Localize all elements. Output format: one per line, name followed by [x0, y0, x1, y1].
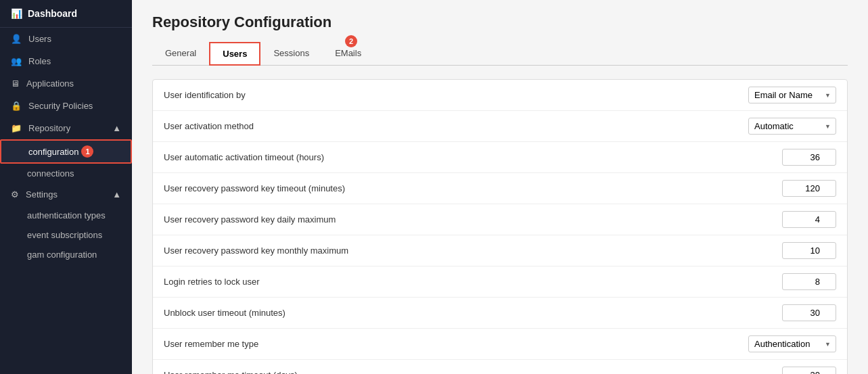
sidebar-label-repository: Repository: [28, 123, 70, 133]
label-login-retries: Login retries to lock user: [164, 277, 782, 287]
sidebar-header[interactable]: 📊 Dashboard: [0, 0, 132, 28]
row-remember-me-type: User remember me type Authentication Coo…: [153, 329, 847, 360]
sidebar-item-repository[interactable]: 📁 Repository ▲: [0, 117, 132, 139]
sidebar-item-users[interactable]: 👤 Users: [0, 28, 132, 50]
control-login-retries: [782, 273, 836, 290]
select-user-identification[interactable]: Email or Name Email Name: [748, 87, 836, 103]
label-recovery-timeout: User recovery password key timeout (minu…: [164, 183, 782, 193]
sidebar-label-events: event subscriptions: [27, 230, 102, 240]
row-user-activation: User activation method Automatic Manual: [153, 111, 847, 142]
select-wrapper-activation: Automatic Manual: [748, 118, 836, 135]
users-icon: 👤: [11, 34, 22, 44]
sidebar-label-applications: Applications: [26, 78, 74, 89]
label-user-activation: User activation method: [164, 121, 748, 131]
sidebar-label-connections: connections: [27, 168, 74, 179]
sidebar-label-gam: gam configuration: [27, 250, 97, 260]
row-recovery-monthly: User recovery password key monthly maxim…: [153, 235, 847, 266]
label-recovery-daily: User recovery password key daily maximum: [164, 214, 782, 225]
sidebar-item-roles[interactable]: 👥 Roles: [0, 50, 132, 72]
input-recovery-monthly[interactable]: [782, 242, 836, 259]
tab-sessions[interactable]: Sessions: [260, 42, 322, 66]
tab-badge-2: 2: [345, 35, 357, 47]
form-section: User identification by Email or Name Ema…: [152, 79, 848, 374]
sidebar-label-security: Security Policies: [28, 101, 93, 111]
control-remember-me-timeout: [782, 367, 836, 374]
control-recovery-monthly: [782, 242, 836, 259]
sidebar-item-gam-config[interactable]: gam configuration: [0, 245, 132, 264]
sidebar-item-applications[interactable]: 🖥 Applications: [0, 72, 132, 95]
applications-icon: 🖥: [11, 78, 20, 89]
control-unblock-timeout: [782, 304, 836, 321]
badge-1: 1: [81, 145, 93, 158]
label-unblock-timeout: Unblock user timeout (minutes): [164, 308, 782, 318]
sidebar-label-roles: Roles: [28, 56, 51, 66]
tab-general[interactable]: General: [152, 42, 209, 66]
row-login-retries: Login retries to lock user: [153, 266, 847, 298]
row-remember-me-timeout: User remember me timeout (days): [153, 360, 847, 374]
settings-icon: ⚙: [11, 189, 19, 200]
control-user-activation: Automatic Manual: [748, 118, 836, 135]
sidebar-item-settings[interactable]: ⚙ Settings ▲: [0, 183, 132, 206]
sidebar-label-users: Users: [28, 34, 51, 44]
select-remember-me-type[interactable]: Authentication Cookie None: [748, 335, 836, 352]
select-wrapper-remember-type: Authentication Cookie None: [748, 335, 836, 352]
label-auto-activation-timeout: User automatic activation timeout (hours…: [164, 152, 782, 162]
input-unblock-timeout[interactable]: [782, 304, 836, 321]
label-remember-me-timeout: User remember me timeout (days): [164, 370, 782, 374]
sidebar: 📊 Dashboard 👤 Users 👥 Roles 🖥 Applicatio…: [0, 0, 132, 374]
row-unblock-timeout: Unblock user timeout (minutes): [153, 298, 847, 329]
input-login-retries[interactable]: [782, 273, 836, 290]
input-remember-me-timeout[interactable]: [782, 367, 836, 374]
row-user-identification: User identification by Email or Name Ema…: [153, 80, 847, 111]
settings-left: ⚙ Settings: [11, 189, 58, 200]
security-icon: 🔒: [11, 101, 22, 111]
select-wrapper-identification: Email or Name Email Name: [748, 87, 836, 103]
roles-icon: 👥: [11, 56, 22, 66]
repository-icon: 📁: [11, 123, 22, 133]
row-recovery-daily: User recovery password key daily maximum: [153, 204, 847, 235]
sidebar-label-auth-types: authentication types: [27, 210, 106, 220]
sidebar-label-settings: Settings: [26, 189, 58, 200]
row-auto-activation-timeout: User automatic activation timeout (hours…: [153, 142, 847, 173]
tabs-bar: General Users 2 Sessions EMails: [152, 42, 848, 66]
chevron-up-icon-2: ▲: [112, 189, 121, 200]
input-auto-activation-timeout[interactable]: [782, 149, 836, 166]
sidebar-item-event-subscriptions[interactable]: event subscriptions: [0, 225, 132, 245]
main-content: Repository Configuration General Users 2…: [132, 0, 868, 374]
input-recovery-daily[interactable]: [782, 211, 836, 228]
input-recovery-timeout[interactable]: [782, 180, 836, 197]
sidebar-label-configuration: configuration: [28, 147, 78, 157]
sidebar-item-connections[interactable]: connections: [0, 164, 132, 183]
tab-users[interactable]: Users: [209, 42, 260, 66]
row-recovery-timeout: User recovery password key timeout (minu…: [153, 173, 847, 204]
dashboard-icon: 📊: [11, 8, 22, 19]
page-title: Repository Configuration: [152, 14, 848, 31]
select-user-activation[interactable]: Automatic Manual: [748, 118, 836, 135]
label-remember-me-type: User remember me type: [164, 339, 748, 349]
sidebar-item-configuration[interactable]: configuration 1: [0, 139, 132, 164]
sidebar-item-auth-types[interactable]: authentication types: [0, 206, 132, 225]
control-recovery-daily: [782, 211, 836, 228]
control-remember-me-type: Authentication Cookie None: [748, 335, 836, 352]
control-user-identification: Email or Name Email Name: [748, 87, 836, 103]
sidebar-item-security-policies[interactable]: 🔒 Security Policies: [0, 95, 132, 117]
control-recovery-timeout: [782, 180, 836, 197]
label-recovery-monthly: User recovery password key monthly maxim…: [164, 246, 782, 256]
label-user-identification: User identification by: [164, 90, 748, 100]
control-auto-activation-timeout: [782, 149, 836, 166]
chevron-up-icon: ▲: [112, 123, 121, 133]
sidebar-header-label: Dashboard: [28, 8, 77, 19]
repository-left: 📁 Repository: [11, 123, 70, 133]
